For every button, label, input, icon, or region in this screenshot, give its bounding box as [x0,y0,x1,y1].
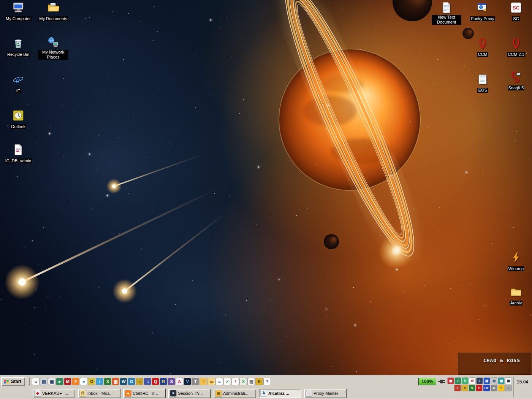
ql-music-icon[interactable]: ♫ [144,378,151,385]
ccm-2-1[interactable]: CCM 2.1 [501,37,531,57]
ql-acdsee-icon[interactable]: A [176,378,183,385]
outlook-icon [12,109,24,122]
start-button[interactable]: Start [1,377,25,386]
archiv[interactable]: Archiv [501,286,531,306]
eos[interactable]: EOS [467,73,498,93]
ql-notes-icon[interactable]: ≡ [32,378,39,385]
ql-paint-icon[interactable]: ▨ [112,378,119,385]
taskbtn-session-tn[interactable]: > Session TN... [168,389,211,398]
browser-icon: ● [125,390,131,396]
ql-checklist-icon[interactable]: ✓ [224,378,231,385]
ql-realplayer-icon[interactable]: R [160,378,167,385]
ccm-icon [477,37,489,49]
tray-sync-icon[interactable]: ↻ [462,378,468,384]
my-network-places[interactable]: My Network Places [38,36,68,60]
funky-proxy[interactable]: Funky Proxy [467,2,498,22]
taskbtn-proxy-master[interactable]: → Proxy Master [304,389,347,398]
tray-update-icon[interactable]: U [491,385,497,391]
ql-help-icon[interactable]: ? [264,378,271,385]
desktop-icon-label: SnagIt 5 [508,86,525,90]
wallpaper-watermark: CHAD & ROSS [483,358,520,363]
power-plug-icon[interactable] [438,378,446,385]
taskbtn-cgi-irc[interactable]: ● CGI:IRC - #... [123,389,166,398]
tray-separator [513,377,514,397]
quick-launch: ≡▤▣►MFeOiX▨WG○♫QRSAVT□▭≡✓!X▤K? [32,378,271,385]
recycle-bin[interactable]: Recycle Bin [3,37,33,57]
new-text-document[interactable]: New Text Document [431,2,462,25]
task-buttons: ◆ VERKAUF -... @ Inbox - Micr... ● CGI:I… [33,389,347,398]
ic-db-admin[interactable]: IC_DB_admin [3,144,33,164]
internet-explorer-icon [12,74,24,86]
tray-blocked-icon[interactable]: Ø [469,378,475,384]
ql-firefox-icon[interactable]: F [72,378,79,385]
tray-firewall-icon[interactable]: F [454,385,461,391]
tray-misc-icon[interactable]: ▪ [505,385,511,391]
tray-display-icon[interactable]: ▣ [448,378,454,384]
taskbtn-administration[interactable]: ▣ Administrati... [214,389,256,398]
tray-network-icon[interactable]: ▥ [491,378,497,384]
verkauf-icon: ◆ [35,390,41,396]
ie[interactable]: IE [3,74,33,94]
tray-power-icon[interactable]: ϟ [498,385,504,391]
desktop-icon-label: Winamp [508,266,524,271]
tray-key-icon[interactable]: K [462,385,468,391]
ql-mail-icon[interactable]: M [64,378,71,385]
ql-report-icon[interactable]: ▤ [248,378,255,385]
text-document-icon [440,2,453,14]
screen: CHAD & ROSS My Computer My Documents Rec… [0,0,532,399]
desktop-icon-label: New Text Document [432,15,461,25]
ql-show-desktop-icon[interactable]: ▤ [40,378,47,385]
desktop-icon-label: IC_DB_admin [5,158,32,163]
task-button-label: Proxy Master [314,391,338,396]
ql-cd-icon[interactable]: ○ [136,378,143,385]
sc[interactable]: SC [501,2,531,22]
my-documents[interactable]: My Documents [38,2,68,22]
tray-row-2: FKVSDEUϟ▪ [454,385,511,391]
ql-word-icon[interactable]: W [120,378,127,385]
taskbtn-verkauf[interactable]: ◆ VERKAUF -... [33,389,75,398]
taskbtn-alcatraz[interactable]: A Alcatraz ... [259,389,301,398]
ql-ie-icon[interactable]: e [80,378,87,385]
tray-snagit-icon[interactable]: S [476,385,482,391]
windows-flag-icon [3,378,10,385]
ql-notepad-icon[interactable]: ≡ [216,378,223,385]
ql-tools-icon[interactable]: T [192,378,199,385]
taskbtn-inbox[interactable]: @ Inbox - Micr... [78,389,120,398]
quick-launch-handle[interactable] [28,378,30,385]
ql-pin-icon[interactable]: ! [232,378,239,385]
ql-folder-icon[interactable]: □ [200,378,207,385]
ql-outlook-icon[interactable]: O [88,378,95,385]
desktop-icon-label: SC [512,16,519,21]
ql-media-player-icon[interactable]: ► [56,378,63,385]
battery-indicator[interactable]: 100% [418,378,436,385]
tray-vpn-icon[interactable]: V [469,385,475,391]
task-button-label: Alcatraz ... [268,391,289,396]
ql-viewer-icon[interactable]: V [184,378,191,385]
my-computer[interactable]: My Computer [3,2,33,22]
ql-folder-open-icon[interactable]: ▭ [208,378,215,385]
tray-monitor-icon[interactable]: ▦ [498,378,504,384]
task-button-label: VERKAUF -... [42,391,68,396]
clock[interactable]: 15:04 [516,379,531,385]
winamp[interactable]: Winamp [501,252,531,272]
tray-volume-icon[interactable]: ♪ [477,378,483,384]
desktop: CHAD & ROSS My Computer My Documents Rec… [0,0,532,375]
tray-calendar-icon[interactable]: ▦ [505,378,511,384]
ql-quicktime-icon[interactable]: Q [152,378,159,385]
ql-globe-icon[interactable]: G [128,378,135,385]
tray-antivirus-icon[interactable]: ✓ [455,378,461,384]
ql-window-icon[interactable]: ▣ [48,378,55,385]
ql-sheet-icon[interactable]: X [240,378,247,385]
ql-key-icon[interactable]: K [256,378,263,385]
snagit-5[interactable]: SnagIt 5 [501,71,531,91]
outlook[interactable]: Outlook [3,109,33,130]
desktop-icon-label: EOS [477,88,488,93]
tray-display-settings-icon[interactable]: ▤ [484,378,490,384]
language-indicator-de[interactable]: DE [483,385,490,391]
ql-save-icon[interactable]: S [168,378,175,385]
ql-excel-icon[interactable]: X [104,378,111,385]
ql-messenger-icon[interactable]: i [96,378,103,385]
taskbar: Start ≡▤▣►MFeOiX▨WG○♫QRSAVT□▭≡✓!X▤K? ◆ V… [0,375,532,399]
ccm[interactable]: CCM [467,37,498,57]
document-icon [12,144,24,156]
